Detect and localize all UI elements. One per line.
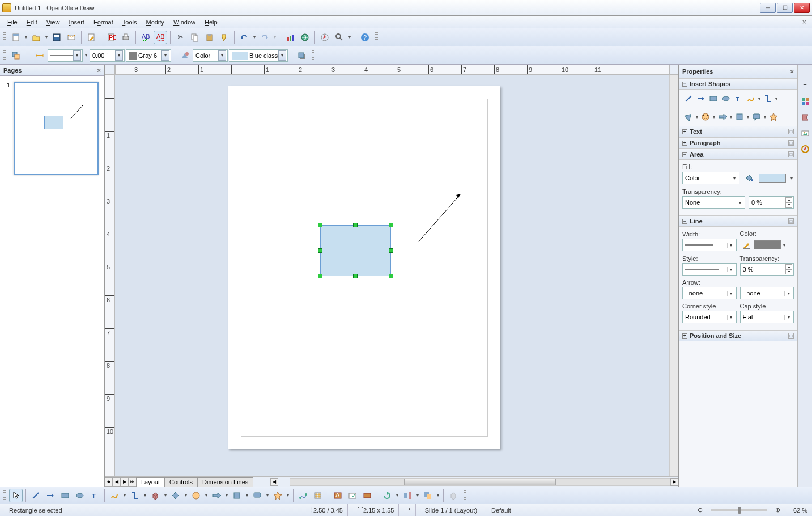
line-color-pencil-icon[interactable] (740, 239, 753, 251)
page-thumbnail[interactable] (14, 82, 99, 175)
selection-handle[interactable] (318, 274, 322, 278)
selected-rectangle-shape[interactable] (320, 225, 391, 276)
arrow-end-select[interactable]: - none -▾ (740, 287, 794, 299)
3d-tool-icon[interactable] (148, 489, 162, 502)
menu-file[interactable]: File (3, 18, 22, 27)
line-icon[interactable] (682, 92, 695, 105)
selection-handle[interactable] (389, 274, 393, 278)
menu-tools[interactable]: Tools (118, 18, 141, 27)
block-arrows-dropdown[interactable]: ▾ (729, 110, 733, 124)
selection-handle[interactable] (318, 248, 322, 253)
vertical-scrollbar[interactable] (669, 75, 678, 476)
section-area[interactable]: −Area □ (679, 149, 797, 160)
properties-close-icon[interactable]: × (790, 68, 794, 75)
fill-color-dropdown[interactable]: ▾ (789, 171, 794, 185)
line-width-select[interactable]: ▾ (682, 239, 737, 251)
rotate-tool-dropdown[interactable]: ▾ (395, 489, 399, 502)
menu-window[interactable]: Window (169, 18, 199, 27)
menu-modify[interactable]: Modify (142, 18, 168, 27)
arrange-tool-icon[interactable] (421, 489, 435, 502)
curve-tool-dropdown[interactable]: ▾ (122, 489, 127, 502)
arrow-start-select[interactable]: - none -▾ (682, 287, 737, 299)
tab-nav-next[interactable]: ▶ (121, 477, 129, 487)
new-dropdown[interactable]: ▾ (24, 31, 28, 44)
menu-insert[interactable]: Insert (65, 18, 88, 27)
arrow-tool-icon[interactable] (44, 489, 57, 502)
tab-nav-last[interactable]: ⏭ (129, 477, 137, 487)
horizontal-scrollbar[interactable] (290, 478, 670, 486)
email-button[interactable] (65, 31, 78, 44)
selection-handle[interactable] (389, 223, 393, 227)
line-style-dropdown[interactable]: ▾ (84, 49, 88, 62)
zoom-in-icon[interactable]: ⊕ (775, 506, 780, 514)
connector-tool-icon[interactable] (128, 489, 142, 502)
autospellcheck-button[interactable]: ABC (154, 31, 167, 44)
callouts-tool-dropdown[interactable]: ▾ (265, 489, 270, 502)
line-color-dropdown[interactable]: ▾ (782, 238, 787, 252)
tab-layout[interactable]: Layout (136, 477, 165, 487)
basic-shapes-tool-dropdown[interactable]: ▾ (184, 489, 188, 502)
gallery-tool-icon[interactable] (360, 489, 374, 502)
chart-button[interactable] (283, 31, 297, 44)
export-pdf-button[interactable]: PDF (104, 31, 118, 44)
line-color-combo[interactable]: Gray 6 ▾ (126, 49, 171, 62)
align-tool-dropdown[interactable]: ▾ (415, 489, 420, 502)
3d-tool-dropdown[interactable]: ▾ (163, 489, 168, 502)
zoom-button[interactable] (333, 31, 346, 44)
zoom-out-icon[interactable]: ⊖ (698, 506, 703, 514)
undo-dropdown[interactable]: ▾ (252, 31, 257, 44)
tab-nav-first[interactable]: ⏮ (105, 477, 113, 487)
callouts-icon[interactable] (750, 111, 763, 123)
from-file-tool-icon[interactable] (346, 489, 359, 502)
block-arrows-icon[interactable] (716, 111, 729, 123)
corner-style-select[interactable]: Rounded▾ (682, 311, 737, 323)
stars-tool-icon[interactable] (271, 489, 284, 502)
arrow-shape[interactable] (415, 188, 466, 245)
undo-button[interactable] (237, 31, 251, 44)
block-arrows-tool-dropdown[interactable]: ▾ (224, 489, 229, 502)
cut-button[interactable]: ✂ (173, 31, 187, 44)
sidebar-styles-icon[interactable] (799, 111, 811, 124)
shadow-button[interactable] (295, 49, 308, 62)
transparency-value-spinner[interactable]: 0 %▴▾ (749, 196, 794, 209)
paint-bucket-icon[interactable] (743, 172, 755, 184)
line-style-select[interactable]: ▾ (682, 263, 737, 276)
basic-shapes-icon[interactable] (682, 111, 695, 123)
ellipse-tool-icon[interactable] (73, 489, 87, 502)
drawing-viewport[interactable] (115, 75, 669, 476)
horizontal-ruler[interactable]: 3 2 1 1 2 3 4 5 6 7 8 9 10 11 (115, 65, 669, 75)
select-tool-icon[interactable] (9, 489, 23, 502)
stars-tool-dropdown[interactable]: ▾ (286, 489, 290, 502)
vertical-ruler[interactable]: 1 2 3 4 5 6 7 8 9 10 (105, 75, 115, 476)
edit-file-button[interactable] (84, 31, 98, 44)
align-tool-icon[interactable] (401, 489, 414, 502)
sidebar-gallery-icon[interactable] (799, 127, 811, 139)
selection-handle[interactable] (353, 223, 358, 227)
callouts-tool-icon[interactable] (250, 489, 264, 502)
drawing-page[interactable] (228, 86, 500, 449)
new-button[interactable] (9, 31, 23, 44)
fill-color-combo[interactable]: Blue classic ▾ (229, 49, 288, 62)
sidebar-menu-icon[interactable]: ≡ (799, 79, 811, 92)
section-line[interactable]: −Line □ (679, 215, 797, 227)
hscroll-right[interactable]: ▶ (670, 478, 678, 486)
area-button[interactable] (178, 49, 192, 62)
toolbar-overflow[interactable] (312, 49, 314, 62)
line-width-combo[interactable]: 0.00 " ▾ (90, 49, 125, 62)
fill-mode-combo[interactable]: Color ▾ (193, 49, 228, 62)
flowchart-icon[interactable] (733, 111, 746, 123)
arrange-button[interactable] (9, 49, 23, 62)
menu-help[interactable]: Help (201, 18, 222, 27)
sidebar-navigator-icon[interactable] (799, 143, 811, 155)
curve-dropdown[interactable]: ▾ (757, 92, 762, 105)
rectangle-icon[interactable] (707, 92, 720, 105)
flowchart-tool-icon[interactable] (230, 489, 244, 502)
menu-edit[interactable]: Edit (23, 18, 41, 27)
block-arrows-tool-icon[interactable] (210, 489, 223, 502)
section-insert-shapes[interactable]: −Insert Shapes (679, 78, 797, 90)
selection-handle[interactable] (389, 248, 393, 253)
arrange-tool-dropdown[interactable]: ▾ (436, 489, 440, 502)
zoom-dropdown[interactable]: ▾ (347, 31, 352, 44)
zoom-slider[interactable] (711, 509, 767, 511)
toolbar-overflow[interactable] (375, 31, 378, 44)
